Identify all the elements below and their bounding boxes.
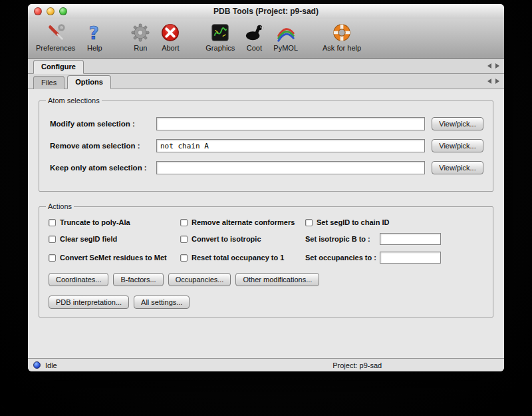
toolbar-label-help: Help: [87, 44, 102, 52]
set-isotropic-b-field: Set isotropic B to :: [305, 233, 485, 245]
zoom-button[interactable]: [59, 7, 67, 15]
toolbar-button-help[interactable]: ? Help: [84, 22, 105, 52]
set-isotropic-b-label: Set isotropic B to :: [305, 235, 380, 243]
close-button[interactable]: [34, 7, 42, 15]
toolbar-label-preferences: Preferences: [36, 44, 75, 52]
view-pick-button-keep-only[interactable]: View/pick...: [432, 161, 483, 174]
modify-atom-selection-input[interactable]: [156, 117, 425, 130]
remove-atom-selection-label: Remove atom selection :: [50, 142, 156, 150]
checkbox-label: Convert to isotropic: [192, 235, 261, 243]
titlebar[interactable]: PDB Tools (Project: p9-sad): [28, 4, 504, 19]
set-isotropic-b-input[interactable]: [380, 233, 441, 245]
status-bar: Idle Project: p9-sad: [28, 358, 504, 371]
window-title: PDB Tools (Project: p9-sad): [213, 7, 319, 16]
set-occupancies-field: Set occupancies to :: [305, 252, 485, 264]
toolbar-button-coot[interactable]: Coot: [243, 22, 265, 52]
atom-selections-group: Atom selections Modify atom selection : …: [39, 97, 493, 192]
pdb-tools-window: PDB Tools (Project: p9-sad) Preferences: [28, 4, 504, 371]
tab-scroll-left-icon[interactable]: [487, 63, 491, 69]
tab-scroll-right-icon[interactable]: [495, 63, 499, 69]
lifebuoy-icon: [331, 22, 352, 43]
project-label: Project: p9-sad: [332, 361, 382, 369]
pdb-interpretation-button[interactable]: PDB interpretation...: [49, 296, 129, 309]
toolbar-button-ask-for-help[interactable]: Ask for help: [323, 22, 361, 52]
toolbar-button-abort[interactable]: Abort: [160, 22, 181, 52]
toolbar-button-run[interactable]: Run: [130, 22, 151, 52]
view-pick-button-modify[interactable]: View/pick...: [432, 117, 483, 130]
traffic-lights: [34, 7, 67, 15]
toolbar-label-ask-for-help: Ask for help: [323, 44, 361, 52]
keep-only-atom-selection-label: Keep only atom selection :: [50, 164, 156, 172]
tab-configure[interactable]: Configure: [33, 60, 84, 74]
status-text: Idle: [45, 361, 57, 369]
set-occupancies-input[interactable]: [380, 252, 441, 264]
b-factors-button[interactable]: B-factors...: [113, 273, 163, 286]
tools-icon: [45, 22, 66, 43]
view-pick-button-remove[interactable]: View/pick...: [432, 139, 483, 152]
tab-scroll-right-icon[interactable]: [495, 79, 499, 84]
coordinates-button[interactable]: Coordinates...: [49, 273, 108, 286]
checkbox-set-segid-to-chain-id[interactable]: Set segID to chain ID: [305, 218, 485, 226]
checkbox-box-icon[interactable]: [49, 236, 56, 243]
toolbar-label-abort: Abort: [162, 44, 179, 52]
checkbox-remove-alternate-conformers[interactable]: Remove alternate conformers: [180, 218, 305, 226]
occupancies-button[interactable]: Occupancies...: [168, 273, 231, 286]
toolbar-button-pymol[interactable]: PyMOL: [273, 22, 298, 52]
pymol-ribbon-icon: [275, 22, 297, 43]
checkbox-box-icon[interactable]: [305, 219, 313, 226]
svg-text:?: ?: [89, 23, 99, 43]
actions-buttons-row-1: Coordinates... B-factors... Occupancies.…: [49, 273, 485, 286]
tab-options-label: Options: [75, 78, 103, 86]
question-mark-icon: ?: [84, 22, 105, 43]
red-x-icon: [160, 22, 181, 43]
tab-scroll-left-icon[interactable]: [487, 79, 491, 84]
checkbox-box-icon[interactable]: [180, 219, 188, 226]
checkbox-box-icon[interactable]: [49, 254, 56, 262]
checkbox-reset-total-occupancy[interactable]: Reset total occupancy to 1: [180, 254, 305, 262]
modify-atom-selection-label: Modify atom selection :: [50, 120, 156, 128]
toolbar: Preferences ? Help: [28, 19, 504, 59]
checkbox-box-icon[interactable]: [180, 236, 188, 243]
checkbox-box-icon[interactable]: [49, 219, 56, 226]
coot-bird-icon: [243, 22, 265, 43]
tab-scroll-arrows: [487, 63, 499, 69]
actions-group-title: Actions: [46, 202, 74, 210]
checkbox-label: Remove alternate conformers: [192, 218, 295, 226]
keep-only-atom-selection-row: Keep only atom selection : View/pick...: [50, 161, 483, 174]
checkbox-label: Reset total occupancy to 1: [192, 254, 284, 262]
toolbar-label-coot: Coot: [247, 44, 262, 52]
options-page: Atom selections Modify atom selection : …: [28, 89, 504, 317]
status-led-icon: [33, 361, 41, 369]
checkbox-label: Truncate to poly-Ala: [60, 218, 130, 226]
checkbox-convert-to-isotropic[interactable]: Convert to isotropic: [180, 235, 305, 243]
actions-grid: Truncate to poly-Ala Remove alternate co…: [49, 218, 485, 264]
checkbox-label: Clear segID field: [60, 235, 117, 243]
set-occupancies-label: Set occupancies to :: [305, 254, 380, 262]
actions-group: Actions Truncate to poly-Ala Remove alte…: [39, 202, 493, 317]
toolbar-label-pymol: PyMOL: [273, 44, 298, 52]
checkbox-clear-segid-field[interactable]: Clear segID field: [49, 235, 180, 243]
minimize-button[interactable]: [47, 7, 55, 15]
toolbar-label-run: Run: [134, 44, 147, 52]
keep-only-atom-selection-input[interactable]: [156, 161, 425, 174]
all-settings-button[interactable]: All settings...: [134, 296, 190, 309]
toolbar-button-graphics[interactable]: Graphics: [205, 22, 235, 52]
atom-selections-group-title: Atom selections: [46, 97, 102, 104]
tab-files-label: Files: [41, 79, 57, 87]
checkbox-box-icon[interactable]: [180, 254, 188, 262]
toolbar-button-preferences[interactable]: Preferences: [36, 22, 75, 52]
tab-files[interactable]: Files: [33, 76, 65, 89]
modify-atom-selection-row: Modify atom selection : View/pick...: [50, 117, 483, 130]
tab-options[interactable]: Options: [67, 75, 111, 89]
toolbar-label-graphics: Graphics: [205, 44, 235, 52]
graphics-screenshot-icon: [209, 22, 231, 43]
checkbox-convert-semet-to-met[interactable]: Convert SeMet residues to Met: [49, 254, 180, 262]
checkbox-truncate-to-poly-ala[interactable]: Truncate to poly-Ala: [49, 218, 180, 226]
tab-scroll-arrows: [487, 79, 499, 84]
tab-strip-pages: Files Options: [28, 74, 504, 89]
actions-buttons-row-2: PDB interpretation... All settings...: [49, 296, 485, 309]
remove-atom-selection-input[interactable]: [156, 139, 425, 152]
checkbox-label: Convert SeMet residues to Met: [60, 254, 167, 262]
gear-icon: [130, 22, 151, 43]
other-modifications-button[interactable]: Other modifications...: [235, 273, 319, 286]
